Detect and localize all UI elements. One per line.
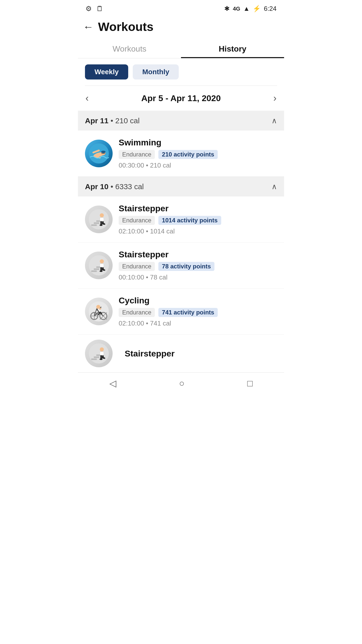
svg-point-15	[100, 224, 103, 226]
workout-avatar-stairstepper2	[85, 252, 113, 279]
status-bar: ⚙ 🗒 ✱ 4G ▲ ⚡ 6:24	[78, 0, 284, 15]
workout-avatar-cycling	[85, 298, 113, 325]
svg-rect-7	[89, 209, 109, 229]
workout-name-stairstepper2: Stairstepper	[119, 250, 277, 259]
workout-avatar-stairstepper1	[85, 206, 113, 233]
svg-point-55	[100, 358, 103, 360]
svg-rect-52	[100, 352, 104, 355]
workout-tags-swimming: Endurance 210 activity points	[119, 150, 277, 159]
time: 6:24	[264, 5, 277, 13]
day-separator-apr10: •	[111, 182, 115, 191]
day-separator-apr11: •	[111, 116, 115, 125]
workout-item-swimming[interactable]: Swimming Endurance 210 activity points 0…	[78, 131, 284, 177]
nav-recents-button[interactable]: □	[247, 378, 253, 389]
workout-tags-stairstepper1: Endurance 1014 activity points	[119, 216, 277, 225]
svg-point-5	[101, 151, 106, 153]
filter-row: Weekly Monthly	[78, 58, 284, 86]
tag-endurance-stairstepper1: Endurance	[119, 216, 155, 225]
workout-avatar-swimming	[85, 140, 113, 167]
workout-info-stairstepper1: Stairstepper Endurance 1014 activity poi…	[119, 204, 277, 235]
signal-icon: 4G	[233, 6, 240, 12]
svg-point-25	[100, 270, 103, 272]
workout-avatar-peek	[85, 340, 113, 367]
back-button[interactable]: ←	[83, 21, 94, 33]
week-navigation: ‹ Apr 5 - Apr 11, 2020 ›	[78, 86, 284, 111]
svg-point-51	[100, 347, 104, 351]
settings-icon: ⚙	[85, 5, 92, 13]
day-calories-apr11: 210 cal	[115, 116, 140, 125]
workout-peek-name: Stairstepper	[125, 349, 174, 358]
svg-rect-18	[91, 270, 97, 272]
svg-rect-49	[94, 356, 99, 358]
workout-info-swimming: Swimming Endurance 210 activity points 0…	[119, 138, 277, 169]
nav-back-button[interactable]: ◁	[109, 378, 116, 389]
day-name-apr11: Apr 11	[85, 116, 108, 125]
svg-rect-6	[101, 153, 105, 154]
tab-workouts[interactable]: Workouts	[78, 38, 181, 58]
nav-home-button[interactable]: ○	[179, 378, 185, 389]
stairstepper-figure-icon-2	[89, 255, 109, 275]
clipboard-icon: 🗒	[96, 5, 103, 13]
workout-name-cycling: Cycling	[119, 296, 277, 305]
tag-endurance-swimming: Endurance	[119, 150, 155, 159]
svg-point-11	[100, 213, 104, 217]
stairstepper-peek-icon	[89, 343, 109, 364]
workout-info-cycling: Cycling Endurance 741 activity points 02…	[119, 296, 277, 327]
workout-tags-stairstepper2: Endurance 78 activity points	[119, 262, 277, 271]
workout-info-stairstepper2: Stairstepper Endurance 78 activity point…	[119, 250, 277, 281]
svg-rect-12	[100, 218, 104, 221]
svg-rect-47	[89, 343, 109, 364]
svg-rect-22	[100, 264, 104, 267]
cycling-figure-icon	[89, 301, 109, 321]
workout-name-stairstepper1: Stairstepper	[119, 204, 277, 213]
svg-rect-17	[89, 255, 109, 275]
tag-points-stairstepper1: 1014 activity points	[158, 216, 221, 225]
workout-meta-cycling: 02:10:00 • 741 cal	[119, 319, 277, 327]
tabs-container: Workouts History	[78, 38, 284, 58]
day-calories-apr10: 6333 cal	[115, 182, 144, 191]
day-header-apr11[interactable]: Apr 11 • 210 cal ∧	[78, 111, 284, 131]
app-bar: ← Workouts	[78, 15, 284, 38]
svg-point-21	[100, 259, 104, 263]
prev-week-button[interactable]: ‹	[85, 93, 89, 104]
workout-meta-stairstepper1: 02:10:00 • 1014 cal	[119, 227, 277, 235]
workout-tags-cycling: Endurance 741 activity points	[119, 308, 277, 317]
tag-endurance-cycling: Endurance	[119, 308, 155, 317]
day-info-apr10: Apr 10 • 6333 cal	[85, 182, 144, 191]
tag-points-swimming: 210 activity points	[158, 150, 218, 159]
swimming-figure-icon	[89, 143, 109, 164]
bluetooth-icon: ✱	[224, 5, 230, 13]
bottom-navigation: ◁ ○ □	[78, 372, 284, 394]
workout-meta-stairstepper2: 00:10:00 • 78 cal	[119, 273, 277, 281]
tag-points-stairstepper2: 78 activity points	[158, 262, 214, 271]
status-right-icons: ✱ 4G ▲ ⚡ 6:24	[224, 5, 277, 13]
svg-rect-48	[91, 358, 97, 360]
status-left-icons: ⚙ 🗒	[85, 5, 103, 13]
chevron-up-apr11: ∧	[272, 116, 277, 125]
workout-meta-swimming: 00:30:00 • 210 cal	[119, 162, 277, 169]
next-week-button[interactable]: ›	[273, 93, 277, 104]
day-name-apr10: Apr 10	[85, 182, 108, 191]
week-label: Apr 5 - Apr 11, 2020	[141, 93, 221, 103]
tag-points-cycling: 741 activity points	[158, 308, 218, 317]
workout-item-stairstepper2[interactable]: Stairstepper Endurance 78 activity point…	[78, 243, 284, 289]
signal-bars-icon: ▲	[243, 5, 250, 13]
day-header-apr10[interactable]: Apr 10 • 6333 cal ∧	[78, 177, 284, 196]
battery-icon: ⚡	[253, 5, 261, 13]
page-title: Workouts	[98, 20, 153, 34]
svg-rect-9	[94, 222, 99, 224]
workout-item-stairstepper1[interactable]: Stairstepper Endurance 1014 activity poi…	[78, 196, 284, 243]
svg-point-42	[96, 305, 100, 309]
day-info-apr11: Apr 11 • 210 cal	[85, 116, 140, 125]
svg-rect-8	[91, 224, 97, 226]
monthly-filter-button[interactable]: Monthly	[133, 64, 179, 79]
tab-history[interactable]: History	[181, 38, 284, 58]
stairstepper-figure-icon-1	[89, 209, 109, 229]
tag-endurance-stairstepper2: Endurance	[119, 262, 155, 271]
workout-peek: Stairstepper	[78, 335, 284, 367]
svg-rect-19	[94, 268, 99, 270]
weekly-filter-button[interactable]: Weekly	[85, 64, 128, 79]
chevron-up-apr10: ∧	[272, 182, 277, 191]
workout-item-cycling[interactable]: Cycling Endurance 741 activity points 02…	[78, 289, 284, 335]
workout-name-swimming: Swimming	[119, 138, 277, 147]
